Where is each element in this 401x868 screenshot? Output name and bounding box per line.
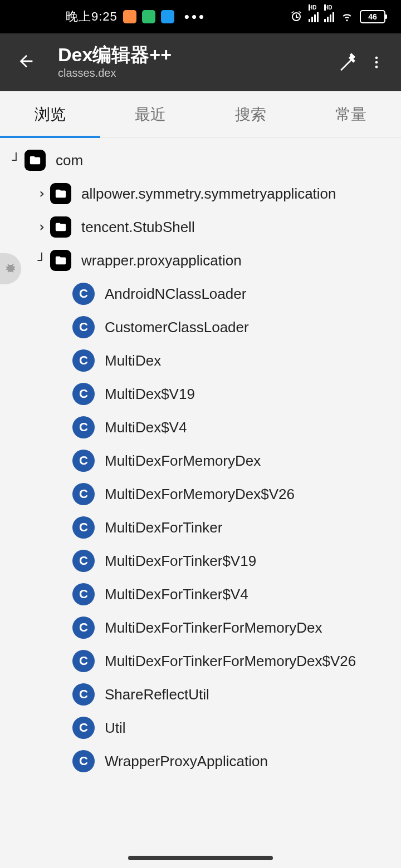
folder-icon xyxy=(50,250,71,271)
expand-icon: › xyxy=(33,186,50,201)
tab-bar: 浏览 最近 搜索 常量 xyxy=(0,91,401,138)
tree-class[interactable]: CShareReflectUtil xyxy=(0,678,401,711)
class-icon: C xyxy=(72,750,95,772)
tree-class[interactable]: CMultiDexForTinker$V19 xyxy=(0,544,401,578)
folder-icon xyxy=(50,183,71,204)
class-icon: C xyxy=(72,483,95,505)
tab-const[interactable]: 常量 xyxy=(301,91,401,137)
hammer-icon xyxy=(339,51,361,73)
class-icon: C xyxy=(72,550,95,572)
build-button[interactable] xyxy=(336,51,363,73)
signal-icon: HD xyxy=(309,11,319,22)
status-app-icon xyxy=(161,10,174,23)
overflow-button[interactable] xyxy=(363,55,390,70)
class-icon: C xyxy=(72,516,95,539)
tree-class[interactable]: CMultiDexForMemoryDex$V26 xyxy=(0,477,401,511)
signal-icon: HD xyxy=(324,11,334,22)
class-icon: C xyxy=(72,283,95,305)
tab-browse[interactable]: 浏览 xyxy=(0,91,100,137)
class-icon: C xyxy=(72,583,95,605)
tree-class[interactable]: CMultiDexForMemoryDex xyxy=(0,444,401,477)
class-label: WrapperProxyApplication xyxy=(105,753,268,770)
nav-gesture-pill[interactable] xyxy=(128,856,273,860)
package-tree: ┘ com › allpower.symmetry.symmetryapplic… xyxy=(0,138,401,778)
class-label: MultiDexForTinkerForMemoryDex xyxy=(105,619,322,637)
class-label: ShareReflectUtil xyxy=(105,686,209,703)
status-bar: 晚上9:25 ••• HD HD 46 xyxy=(0,0,401,33)
app-bar: Dex编辑器++ classes.dex xyxy=(0,33,401,91)
class-label: MultiDexForTinkerForMemoryDex$V26 xyxy=(105,653,356,670)
wifi-icon xyxy=(340,11,354,22)
tab-recent[interactable]: 最近 xyxy=(100,91,200,137)
tree-class[interactable]: CMultiDex$V19 xyxy=(0,377,401,411)
expand-icon: › xyxy=(33,219,50,235)
class-icon: C xyxy=(72,349,95,372)
class-icon: C xyxy=(72,416,95,438)
class-icon: C xyxy=(72,316,95,338)
tree-class[interactable]: CUtil xyxy=(0,711,401,744)
collapse-icon: ┘ xyxy=(33,253,50,268)
package-label: tencent.StubShell xyxy=(81,219,195,236)
folder-icon xyxy=(25,150,46,171)
tree-package[interactable]: ┘ wrapper.proxyapplication xyxy=(0,244,401,277)
alarm-icon xyxy=(290,10,303,23)
package-label: wrapper.proxyapplication xyxy=(81,252,242,269)
class-label: CustomerClassLoader xyxy=(105,319,249,336)
tree-class[interactable]: CWrapperProxyApplication xyxy=(0,744,401,778)
app-subtitle: classes.dex xyxy=(58,67,336,80)
tab-search[interactable]: 搜索 xyxy=(200,91,301,137)
app-title: Dex编辑器++ xyxy=(58,45,336,65)
tree-package-root[interactable]: ┘ com xyxy=(0,144,401,177)
tree-class[interactable]: CAndroidNClassLoader xyxy=(0,277,401,310)
class-label: MultiDex$V4 xyxy=(105,419,187,436)
tree-class[interactable]: CMultiDexForTinker$V4 xyxy=(0,578,401,611)
svg-point-0 xyxy=(375,57,378,60)
tree-class[interactable]: CMultiDex$V4 xyxy=(0,411,401,444)
bug-icon xyxy=(4,262,17,275)
tree-package[interactable]: › tencent.StubShell xyxy=(0,210,401,244)
status-time: 晚上9:25 xyxy=(66,8,118,25)
tree-class[interactable]: CMultiDexForTinker xyxy=(0,511,401,544)
class-label: MultiDexForTinker$V4 xyxy=(105,586,248,603)
folder-icon xyxy=(50,216,71,238)
more-vert-icon xyxy=(369,55,384,70)
package-label: com xyxy=(56,152,83,169)
battery-icon: 46 xyxy=(360,10,385,23)
tree-class[interactable]: CMultiDexForTinkerForMemoryDex$V26 xyxy=(0,644,401,678)
class-icon: C xyxy=(72,617,95,639)
back-button[interactable] xyxy=(17,52,41,73)
tree-class[interactable]: CMultiDex xyxy=(0,344,401,377)
status-app-icon xyxy=(142,10,155,23)
class-label: MultiDex xyxy=(105,352,161,369)
class-icon: C xyxy=(72,683,95,706)
class-label: MultiDexForTinker$V19 xyxy=(105,553,256,570)
package-label: allpower.symmetry.symmetryapplication xyxy=(81,185,336,203)
tree-class[interactable]: CMultiDexForTinkerForMemoryDex xyxy=(0,611,401,644)
tree-package[interactable]: › allpower.symmetry.symmetryapplication xyxy=(0,177,401,210)
class-label: MultiDexForTinker xyxy=(105,519,222,536)
svg-point-2 xyxy=(375,66,378,68)
svg-point-1 xyxy=(375,61,378,64)
collapse-icon: ┘ xyxy=(8,152,25,168)
class-icon: C xyxy=(72,650,95,672)
class-label: MultiDex$V19 xyxy=(105,386,195,403)
status-app-icon xyxy=(123,10,136,23)
class-icon: C xyxy=(72,717,95,739)
class-icon: C xyxy=(72,450,95,472)
class-label: Util xyxy=(105,719,126,737)
class-label: MultiDexForMemoryDex$V26 xyxy=(105,486,295,503)
tree-class[interactable]: CCustomerClassLoader xyxy=(0,310,401,344)
class-label: AndroidNClassLoader xyxy=(105,285,246,303)
class-label: MultiDexForMemoryDex xyxy=(105,452,261,470)
class-icon: C xyxy=(72,383,95,405)
